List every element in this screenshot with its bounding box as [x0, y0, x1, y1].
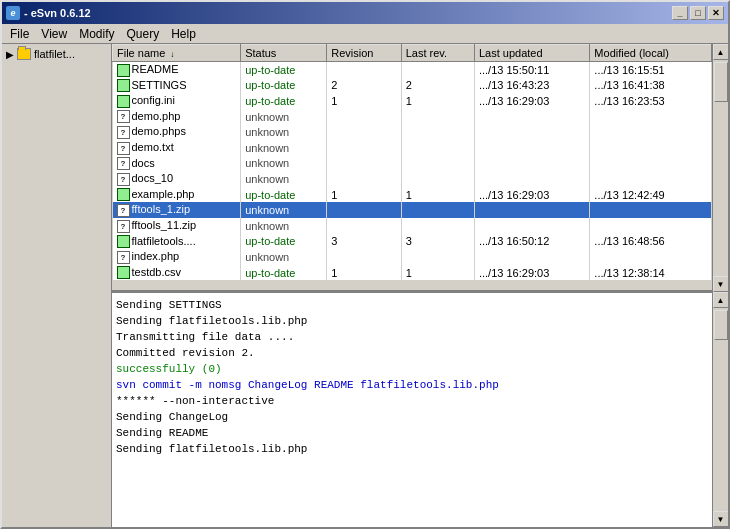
file-lastupdated-cell: [474, 124, 589, 140]
title-bar: e - eSvn 0.6.12 _ □ ✕: [2, 2, 728, 24]
minimize-button[interactable]: _: [672, 6, 688, 20]
file-name-text: demo.php: [132, 110, 181, 122]
unknown-file-icon: ?: [117, 142, 130, 155]
col-lastrev[interactable]: Last rev.: [401, 45, 474, 62]
file-modified-cell: [590, 124, 712, 140]
menu-help[interactable]: Help: [165, 25, 202, 43]
log-panel[interactable]: Sending SETTINGSSending flatfiletools.li…: [112, 292, 712, 527]
file-revision-cell: [327, 171, 401, 187]
file-name-text: demo.txt: [132, 141, 174, 153]
file-name-text: example.php: [132, 188, 195, 200]
file-status-cell: up-to-date: [241, 234, 327, 250]
file-lastrev-cell: [401, 140, 474, 156]
file-table-container[interactable]: File name ↓ Status Revision Last rev. La…: [112, 44, 712, 292]
table-row[interactable]: flatfiletools....up-to-date33.../13 16:5…: [113, 234, 712, 250]
log-line: Sending README: [116, 425, 708, 441]
scroll-track[interactable]: [713, 60, 729, 276]
table-row[interactable]: example.phpup-to-date11.../13 16:29:03..…: [113, 187, 712, 203]
table-row[interactable]: ?fftools_1.zipunknown: [113, 202, 712, 218]
tree-expand-icon: ▶: [6, 49, 14, 60]
file-status-cell: unknown: [241, 140, 327, 156]
file-status-cell: up-to-date: [241, 187, 327, 203]
col-status[interactable]: Status: [241, 45, 327, 62]
col-filename[interactable]: File name ↓: [113, 45, 241, 62]
log-line: successfully (0): [116, 361, 708, 377]
file-revision-cell: [327, 62, 401, 78]
table-row[interactable]: ?fftools_11.zipunknown: [113, 218, 712, 234]
table-row[interactable]: ?demo.phpunknown: [113, 109, 712, 125]
file-table: File name ↓ Status Revision Last rev. La…: [112, 44, 712, 280]
file-name-cell: SETTINGS: [113, 78, 241, 94]
table-scrollbar: ▲ ▼: [712, 44, 728, 292]
app-icon: e: [6, 6, 20, 20]
file-name-text: fftools_11.zip: [132, 219, 197, 231]
scroll-up-button[interactable]: ▲: [713, 44, 729, 60]
file-name-cell: example.php: [113, 187, 241, 203]
unknown-file-icon: ?: [117, 251, 130, 264]
file-revision-cell: 1: [327, 265, 401, 281]
menu-query[interactable]: Query: [120, 25, 165, 43]
scroll-down-button[interactable]: ▼: [713, 276, 729, 292]
file-status-cell: unknown: [241, 249, 327, 265]
sort-arrow-icon: ↓: [170, 50, 174, 59]
known-file-icon: [117, 79, 130, 92]
file-status-cell: up-to-date: [241, 265, 327, 281]
table-row[interactable]: ?docs_10unknown: [113, 171, 712, 187]
file-name-text: flatfiletools....: [132, 235, 196, 247]
file-lastupdated-cell: [474, 249, 589, 265]
sidebar-item-label: flatfilet...: [34, 48, 75, 60]
file-lastupdated-cell: .../13 16:29:03: [474, 265, 589, 281]
table-row[interactable]: ?demo.phpsunknown: [113, 124, 712, 140]
file-revision-cell: [327, 249, 401, 265]
file-name-cell: ?docs: [113, 156, 241, 172]
file-modified-cell: .../13 16:15:51: [590, 62, 712, 78]
file-revision-cell: [327, 109, 401, 125]
file-lastrev-cell: 1: [401, 93, 474, 109]
table-row[interactable]: ?index.phpunknown: [113, 249, 712, 265]
file-name-text: docs_10: [132, 172, 174, 184]
main-window: e - eSvn 0.6.12 _ □ ✕ File View Modify Q…: [0, 0, 730, 529]
known-file-icon: [117, 235, 130, 248]
log-scroll-down-button[interactable]: ▼: [713, 511, 729, 527]
col-lastupdated[interactable]: Last updated: [474, 45, 589, 62]
file-lastrev-cell: [401, 218, 474, 234]
table-row[interactable]: testdb.csvup-to-date11.../13 16:29:03...…: [113, 265, 712, 281]
title-bar-left: e - eSvn 0.6.12: [6, 6, 91, 20]
file-name-text: config.ini: [132, 94, 175, 106]
right-panel: File name ↓ Status Revision Last rev. La…: [112, 44, 728, 527]
close-button[interactable]: ✕: [708, 6, 724, 20]
file-revision-cell: [327, 140, 401, 156]
file-name-text: docs: [132, 157, 155, 169]
menu-file[interactable]: File: [4, 25, 35, 43]
log-line: Sending flatfiletools.lib.php: [116, 313, 708, 329]
table-row[interactable]: READMEup-to-date.../13 15:50:11.../13 16…: [113, 62, 712, 78]
sidebar-expand-btn[interactable]: ▶ flatfilet...: [4, 46, 109, 62]
table-row[interactable]: config.iniup-to-date11.../13 16:29:03...…: [113, 93, 712, 109]
file-lastupdated-cell: .../13 16:50:12: [474, 234, 589, 250]
sidebar: ▶ flatfilet...: [2, 44, 112, 527]
table-row[interactable]: ?demo.txtunknown: [113, 140, 712, 156]
maximize-button[interactable]: □: [690, 6, 706, 20]
log-line: Transmitting file data ....: [116, 329, 708, 345]
col-modified[interactable]: Modified (local): [590, 45, 712, 62]
file-status-cell: unknown: [241, 171, 327, 187]
file-modified-cell: [590, 202, 712, 218]
table-row[interactable]: ?docsunknown: [113, 156, 712, 172]
menu-view[interactable]: View: [35, 25, 73, 43]
log-scroll-thumb[interactable]: [714, 310, 728, 340]
log-scroll-up-button[interactable]: ▲: [713, 292, 729, 308]
file-status-cell: unknown: [241, 202, 327, 218]
scroll-thumb[interactable]: [714, 62, 728, 102]
file-lastupdated-cell: [474, 156, 589, 172]
file-name-cell: ?demo.php: [113, 109, 241, 125]
col-revision[interactable]: Revision: [327, 45, 401, 62]
file-name-cell: ?fftools_11.zip: [113, 218, 241, 234]
log-scroll-track[interactable]: [713, 308, 729, 511]
table-row[interactable]: SETTINGSup-to-date22.../13 16:43:23.../1…: [113, 78, 712, 94]
file-name-cell: config.ini: [113, 93, 241, 109]
file-modified-cell: .../13 12:38:14: [590, 265, 712, 281]
menu-modify[interactable]: Modify: [73, 25, 120, 43]
unknown-file-icon: ?: [117, 157, 130, 170]
file-modified-cell: .../13 16:23:53: [590, 93, 712, 109]
file-lastrev-cell: [401, 171, 474, 187]
